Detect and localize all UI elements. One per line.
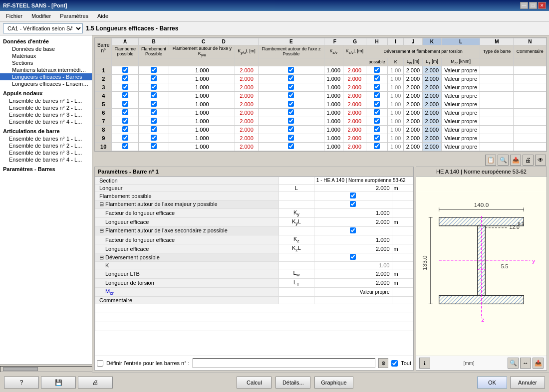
params-symbol-lt: LT [279, 278, 314, 287]
params-unit-comment [392, 296, 413, 304]
sidebar-item-appuis-3[interactable]: Ensemble de barres n° 3 - L... [0, 111, 92, 118]
all-check[interactable] [391, 360, 398, 367]
define-entry-btn[interactable]: ⚙ [378, 358, 388, 368]
params-row-k: K 1.00 [95, 262, 413, 269]
cell-kyul: 2.000 [235, 134, 258, 142]
annuler-button[interactable]: Annuler [510, 377, 545, 389]
cell-kzv: 1.000 [324, 91, 343, 100]
row-num-cell: 3 [95, 83, 112, 91]
cell-flamb-z-poss [258, 134, 324, 142]
graphique-button[interactable]: Graphique [314, 377, 353, 389]
table-icon-5[interactable]: 👁 [535, 155, 546, 166]
cell-mcr: Valeur propre [441, 83, 480, 91]
maximize-button[interactable]: □ [529, 2, 537, 9]
preview-footer: ℹ [mm] 🔍 ↔ 📤 [416, 356, 547, 370]
sidebar-item-materiaux[interactable]: Matériaux [0, 52, 92, 59]
hdr-blank2 [112, 58, 138, 66]
title-bar: RF-STEEL SANS - [Pont] — □ ✕ [0, 0, 549, 11]
print-button[interactable]: 🖨 [78, 377, 113, 389]
params-label-flamb-y: ⊟ Flambement autour de l'axe majeur y po… [95, 200, 279, 208]
params-value-comment [314, 296, 392, 304]
cell-kyul: 2.000 [235, 74, 258, 83]
cell-kzvl: 2.000 [343, 117, 366, 125]
save-button[interactable]: 💾 [41, 377, 76, 389]
params-chk-flamb[interactable] [350, 193, 356, 198]
cell-comment [514, 100, 547, 108]
params-row-kz: Facteur de longueur efficace Kz 1.000 [95, 235, 413, 244]
row-num-cell: 9 [95, 134, 112, 142]
sidebar-item-articul-3[interactable]: Ensemble de barres n° 3 - L... [0, 149, 92, 156]
cell-flamb-z-poss [258, 117, 324, 125]
cell-kyu: 1.000 [169, 125, 235, 134]
cell-flamb-poss2 [138, 91, 169, 100]
params-chk-flamb-y[interactable] [350, 201, 356, 207]
menu-modifier[interactable]: Modifier [27, 12, 55, 20]
sidebar-item-appuis-2[interactable]: Ensemble de barres n° 2 - L... [0, 104, 92, 111]
cell-kyul: 2.000 [235, 83, 258, 91]
params-footer: Définir l'entrée pour les barres n° : ⚙ … [95, 356, 413, 370]
define-entry-check[interactable] [97, 360, 103, 367]
sidebar-item-longueurs-ensemble[interactable]: Longueurs efficaces - Ensemble... [0, 80, 92, 87]
sidebar-item-appuis-1[interactable]: Ensemble de barres n° 1 - L... [0, 97, 92, 104]
sidebar-item-donnees-base[interactable]: Données de base [0, 45, 92, 52]
params-unit-kzl: m [392, 244, 413, 253]
preview-export-btn[interactable]: 📤 [533, 358, 544, 369]
table-row: 21.0002.0001.0002.0001.002.0002.000Valeu… [95, 74, 547, 83]
cell-flamb-poss [112, 66, 138, 74]
svg-text:y: y [532, 257, 535, 264]
minimize-button[interactable]: — [520, 2, 528, 9]
cell-kyu: 1.000 [169, 108, 235, 117]
sidebar-item-maintiens[interactable]: Maintiens latéraux intermédiair... [0, 66, 92, 73]
cell-dev-poss [366, 125, 388, 134]
sidebar-item-articul-2[interactable]: Ensemble de barres n° 2 - L... [0, 142, 92, 149]
sidebar-item-appuis-4[interactable]: Ensemble de barres n° 4 - L... [0, 118, 92, 125]
menu-parametres[interactable]: Paramètres [56, 12, 92, 20]
cell-kzvl: 2.000 [343, 142, 366, 151]
cell-flamb-poss [112, 117, 138, 125]
cell-k: 1.00 [388, 125, 404, 134]
sidebar-item-articul-1[interactable]: Ensemble de barres n° 1 - L... [0, 135, 92, 142]
preview-info-btn[interactable]: ℹ [419, 358, 430, 369]
define-entry-input[interactable] [193, 358, 376, 368]
table-icon-2[interactable]: 🔍 [498, 155, 509, 166]
sidebar-item-articul-4[interactable]: Ensemble de barres n° 4 - L... [0, 156, 92, 163]
params-unit-kz [392, 235, 413, 244]
calcul-button[interactable]: Calcul [237, 377, 272, 389]
close-button[interactable]: ✕ [538, 2, 546, 9]
params-chk-dev[interactable] [350, 254, 356, 260]
cell-lw: 2.000 [403, 142, 422, 151]
cell-lw: 2.000 [403, 134, 422, 142]
sidebar-item-longueurs-barres[interactable]: Longueurs efficaces - Barres [0, 73, 92, 80]
cell-kzv: 1.000 [324, 100, 343, 108]
help-button[interactable]: ? [4, 377, 39, 389]
title-text: RF-STEEL SANS - [Pont] [3, 2, 67, 8]
preview-rotate-btn[interactable]: ↔ [520, 358, 531, 369]
params-value-longueur: 2.000 [314, 184, 392, 192]
params-value-kz: 1.000 [314, 235, 392, 244]
sidebar-item-sections[interactable]: Sections [0, 59, 92, 66]
hdr-blank [95, 58, 112, 66]
table-icon-3[interactable]: 📤 [510, 155, 521, 166]
menu-fichier[interactable]: Fichier [2, 12, 26, 20]
preview-zoom-btn[interactable]: 🔍 [508, 358, 519, 369]
cell-kyul: 2.000 [235, 108, 258, 117]
ok-button[interactable]: OK [477, 377, 507, 389]
cell-kzv: 1.000 [324, 142, 343, 151]
table-icon-4[interactable]: 🖨 [523, 155, 534, 166]
preview-canvas: 140.0 133.0 5.5 12.0 [416, 177, 547, 356]
params-chk-flamb-z[interactable] [350, 227, 356, 233]
bottom-split: Paramètres - Barre n° 1 [94, 167, 547, 371]
table-icon-1[interactable]: 📋 [485, 155, 496, 166]
cell-kyu: 1.000 [169, 142, 235, 151]
hdr-flamb-poss2: FlambementPossible [138, 45, 169, 58]
sidebar-hscroll[interactable] [0, 364, 92, 373]
case-combo[interactable]: CA1 - Vérification selon SANS [3, 23, 83, 33]
data-table: Barren° A B C D E F G H I J K L [95, 38, 547, 151]
svg-text:z: z [482, 316, 485, 322]
details-button[interactable]: Détails... [275, 377, 310, 389]
params-label-flamb-z: ⊟ Flambement autour de l'axe secondaire … [95, 226, 279, 235]
row-num-cell: 4 [95, 91, 112, 100]
params-value-ky: 1.000 [314, 208, 392, 217]
cell-lw: 2.000 [403, 117, 422, 125]
menu-aide[interactable]: Aide [93, 12, 112, 20]
